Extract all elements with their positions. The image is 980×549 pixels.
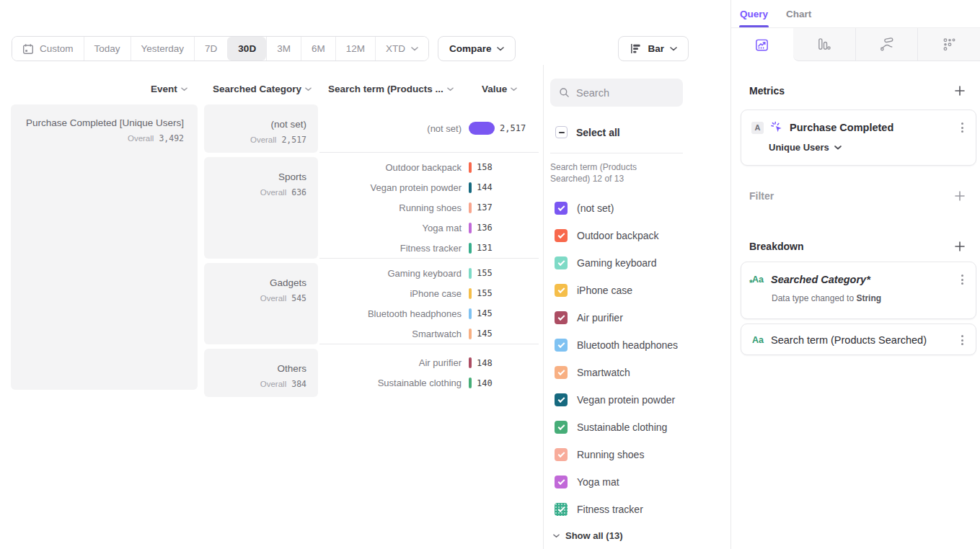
add-metric-button[interactable] (954, 85, 966, 97)
metric-menu-button[interactable] (959, 120, 966, 135)
breakdown-property-name: Searched Category* (771, 274, 953, 285)
column-header-search-term[interactable]: Search term (Products ... (328, 84, 454, 94)
overall-label: Overall (260, 380, 286, 388)
legend-item[interactable]: Smartwatch (555, 366, 723, 379)
search-input[interactable] (576, 87, 674, 99)
breakdown-card-searched-category[interactable]: Searched Category* Data type changed to … (741, 262, 976, 319)
column-header-event[interactable]: Event (151, 84, 187, 94)
search-term-label: Bluetooth headphones (319, 308, 469, 319)
add-breakdown-button[interactable] (954, 241, 966, 252)
series-checkbox[interactable] (555, 393, 568, 406)
value-bar[interactable] (469, 329, 472, 339)
date-range-button[interactable]: 3M (266, 37, 301, 61)
series-checkbox[interactable] (555, 339, 568, 352)
indeterminate-dash-icon (559, 132, 565, 133)
legend-item[interactable]: Bluetooth headphones (555, 339, 723, 352)
insights-icon (754, 37, 769, 53)
series-checkbox[interactable] (555, 448, 568, 461)
legend-item[interactable]: iPhone case (555, 284, 723, 297)
breakdown-menu-button[interactable] (959, 272, 966, 287)
value-bar[interactable] (469, 122, 495, 135)
select-all-row[interactable]: Select all (555, 126, 723, 138)
add-filter-button[interactable] (954, 190, 966, 202)
analytics-app: Custom TodayYesterday7D30D3M6M12M XTD Co… (0, 0, 980, 549)
series-checkbox[interactable] (555, 503, 568, 516)
value-bar[interactable] (469, 288, 472, 299)
legend-item[interactable]: Outdoor backpack (555, 229, 723, 242)
tab-query[interactable]: Query (740, 9, 768, 28)
metric-card[interactable]: A Purchase Completed Unique Users (741, 110, 976, 166)
breakdown-menu-button[interactable] (959, 333, 966, 347)
value-bar[interactable] (469, 162, 472, 173)
overall-label: Overall (260, 188, 286, 197)
value-bar[interactable] (469, 378, 472, 388)
value-bar[interactable] (469, 223, 472, 233)
column-header-category[interactable]: Searched Category (213, 84, 312, 94)
bar-row: (not set) 2,517 (319, 118, 539, 138)
series-badge: A (751, 122, 764, 134)
column-header-value[interactable]: Value (482, 84, 517, 94)
legend-item[interactable]: Running shoes (555, 448, 723, 461)
overall-value: 384 (291, 379, 306, 389)
flows-icon (879, 37, 894, 52)
date-range-button[interactable]: 6M (301, 37, 335, 61)
report-tab-insights[interactable] (731, 28, 793, 61)
date-range-button[interactable]: 30D (227, 37, 266, 61)
legend-item[interactable]: Yoga mat (555, 476, 723, 488)
category-cell[interactable]: Others Overall 384 (204, 349, 318, 397)
retention-icon (942, 37, 957, 52)
breakdown-heading: Breakdown (749, 241, 803, 252)
series-checkbox[interactable] (555, 229, 568, 242)
series-checkbox[interactable] (555, 256, 568, 269)
series-checkbox[interactable] (555, 421, 568, 434)
aggregation-label: Unique Users (769, 142, 829, 153)
check-icon (557, 286, 565, 293)
legend-item[interactable]: Sustainable clothing (555, 421, 723, 434)
value-bar[interactable] (469, 182, 472, 193)
report-tab-retention[interactable] (917, 28, 980, 61)
value-bar[interactable] (469, 308, 472, 319)
series-checkbox[interactable] (555, 311, 568, 324)
date-range-xtd-button[interactable]: XTD (375, 37, 428, 61)
date-range-button[interactable]: 7D (194, 37, 227, 61)
value-bar[interactable] (469, 357, 472, 368)
series-checkbox[interactable] (555, 476, 568, 488)
overall-value: 545 (291, 293, 306, 303)
legend-item[interactable]: Vegan protein powder (555, 393, 723, 406)
metric-event-name: Purchase Completed (790, 122, 953, 133)
show-all-toggle[interactable]: Show all (13) (553, 530, 723, 541)
aggregation-dropdown[interactable]: Unique Users (769, 142, 842, 153)
date-range-button[interactable]: 12M (335, 37, 375, 61)
series-checkbox[interactable] (555, 202, 568, 215)
series-checkbox[interactable] (555, 284, 568, 297)
chevron-down-icon (553, 534, 560, 538)
date-range-button[interactable]: Today (84, 37, 131, 61)
value-bar[interactable] (469, 202, 472, 213)
check-icon (557, 204, 565, 211)
category-cell[interactable]: Gadgets Overall 545 (204, 263, 318, 344)
legend-item[interactable]: Fitness tracker (555, 503, 723, 516)
category-cell[interactable]: (not set) Overall 2,517 (204, 104, 318, 153)
tab-chart[interactable]: Chart (786, 9, 811, 28)
compare-button[interactable]: Compare (438, 36, 516, 61)
legend-item[interactable]: Gaming keyboard (555, 256, 723, 269)
report-tab-flows[interactable] (855, 28, 918, 61)
event-cell[interactable]: Purchase Completed [Unique Users] Overal… (11, 104, 198, 390)
category-cell[interactable]: Sports Overall 636 (204, 157, 318, 259)
legend-item[interactable]: Air purifier (555, 311, 723, 324)
date-range-custom-button[interactable]: Custom (12, 37, 84, 61)
chart-type-button[interactable]: Bar (618, 36, 689, 61)
legend-item-label: Running shoes (577, 449, 644, 460)
breakdown-card-search-term[interactable]: Search term (Products Searched) (741, 323, 976, 355)
legend-item[interactable]: (not set) (555, 202, 723, 215)
value-bar[interactable] (469, 243, 472, 254)
legend-item-label: Yoga mat (577, 476, 619, 488)
value-bar[interactable] (469, 268, 472, 279)
overall-value: 636 (291, 187, 306, 197)
select-all-checkbox[interactable] (555, 126, 568, 138)
chevron-down-icon (411, 47, 418, 51)
series-checkbox[interactable] (555, 366, 568, 379)
report-tab-funnels[interactable] (793, 28, 855, 61)
date-range-button[interactable]: Yesterday (131, 37, 195, 61)
metrics-heading: Metrics (749, 85, 785, 97)
